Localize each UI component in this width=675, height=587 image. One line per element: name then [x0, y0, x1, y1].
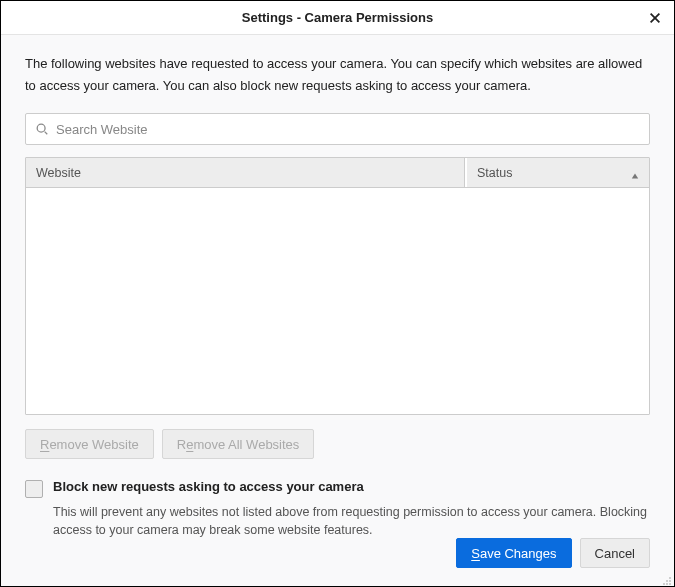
cancel-label: Cancel [595, 546, 635, 561]
content-area: The following websites have requested to… [1, 35, 674, 586]
remove-all-label: Remove All Websites [177, 437, 300, 452]
svg-point-7 [669, 583, 671, 585]
search-input[interactable] [25, 113, 650, 145]
svg-point-8 [666, 580, 668, 582]
block-requests-description: This will prevent any websites not liste… [53, 504, 650, 539]
sort-asc-icon [631, 169, 639, 177]
cancel-button[interactable]: Cancel [580, 538, 650, 568]
svg-marker-4 [632, 173, 638, 178]
close-icon [648, 11, 662, 25]
svg-point-2 [37, 124, 45, 132]
column-label-website: Website [36, 166, 81, 180]
remove-website-button[interactable]: Remove Website [25, 429, 154, 459]
resize-grip-icon[interactable] [662, 574, 672, 584]
svg-point-5 [669, 577, 671, 579]
description-text: The following websites have requested to… [25, 53, 650, 97]
remove-website-label: Remove Website [40, 437, 139, 452]
svg-line-3 [45, 132, 48, 135]
column-header-website[interactable]: Website [26, 158, 465, 187]
remove-all-websites-button[interactable]: Remove All Websites [162, 429, 315, 459]
search-field-wrap [25, 113, 650, 145]
save-label: Save Changes [471, 546, 556, 561]
titlebar: Settings - Camera Permissions [1, 1, 674, 35]
svg-point-6 [669, 580, 671, 582]
block-requests-checkbox[interactable] [25, 480, 43, 498]
save-changes-button[interactable]: Save Changes [456, 538, 571, 568]
column-label-status: Status [477, 166, 512, 180]
block-requests-row: Block new requests asking to access your… [25, 479, 650, 498]
window-title: Settings - Camera Permissions [242, 10, 433, 25]
table-header: Website Status [26, 158, 649, 188]
svg-point-9 [666, 583, 668, 585]
table-action-buttons: Remove Website Remove All Websites [25, 429, 650, 459]
close-button[interactable] [642, 5, 668, 31]
column-header-status[interactable]: Status [465, 158, 649, 187]
permissions-table: Website Status [25, 157, 650, 415]
search-icon [35, 122, 49, 136]
footer-buttons: Save Changes Cancel [456, 538, 650, 568]
block-requests-label[interactable]: Block new requests asking to access your… [53, 479, 364, 494]
table-body[interactable] [26, 188, 649, 414]
svg-point-10 [663, 583, 665, 585]
